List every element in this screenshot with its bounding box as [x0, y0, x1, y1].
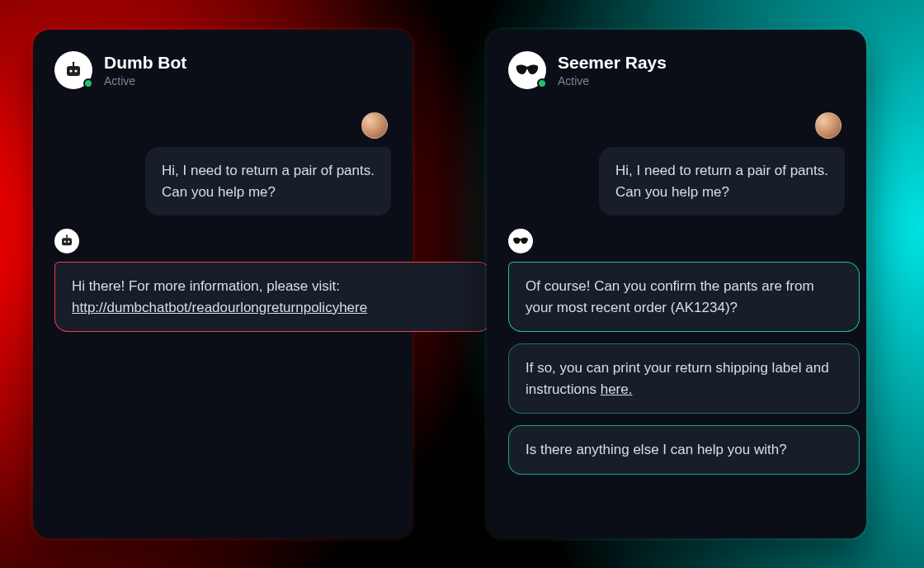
chat-header: Seemer Rays Active — [508, 51, 845, 89]
bot-reply-2-text: If so, you can print your return shippin… — [526, 360, 829, 397]
svg-point-1 — [69, 69, 72, 72]
chat-card-seemer-rays: Seemer Rays Active Hi, I need to return … — [487, 30, 866, 538]
sunglasses-icon — [512, 237, 529, 245]
user-avatar-row — [54, 89, 391, 139]
svg-point-4 — [73, 62, 75, 64]
svg-point-6 — [64, 241, 66, 243]
sunglasses-icon — [515, 64, 540, 76]
presence-dot — [537, 78, 547, 88]
user-avatar — [815, 112, 842, 139]
chat-card-dumb-bot: Dumb Bot Active Hi, I need to return a p… — [33, 30, 412, 538]
bot-reply-3: Is there anything else I can help you wi… — [508, 425, 860, 475]
bot-avatar — [508, 51, 546, 89]
chat-status: Active — [558, 74, 667, 88]
bot-reply-text: Hi there! For more information, please v… — [72, 278, 340, 294]
cards-row: Dumb Bot Active Hi, I need to return a p… — [0, 0, 924, 538]
chat-title: Seemer Rays — [558, 53, 667, 72]
shipping-label-link[interactable]: here. — [601, 381, 633, 397]
user-avatar — [361, 112, 388, 139]
presence-dot — [83, 78, 93, 88]
user-message: Hi, I need to return a pair of pants. Ca… — [599, 147, 845, 215]
robot-icon — [59, 234, 74, 248]
bot-reply: Hi there! For more information, please v… — [54, 262, 492, 332]
chat-title-block: Dumb Bot Active — [104, 53, 186, 87]
svg-point-7 — [68, 241, 69, 243]
user-avatar-row — [508, 89, 845, 139]
robot-icon — [64, 60, 83, 80]
bot-avatar-small — [54, 229, 79, 253]
bot-avatar — [54, 51, 92, 89]
chat-header: Dumb Bot Active — [54, 51, 391, 89]
bot-reply-2: If so, you can print your return shippin… — [508, 343, 860, 414]
chat-status: Active — [104, 74, 186, 88]
bot-reply-1: Of course! Can you confirm the pants are… — [508, 262, 860, 332]
user-message: Hi, I need to return a pair of pants. Ca… — [145, 147, 391, 215]
chat-title-block: Seemer Rays Active — [558, 53, 667, 87]
return-policy-link[interactable]: http://dumbchatbot/readourlongreturnpoli… — [72, 300, 367, 315]
chat-title: Dumb Bot — [104, 53, 186, 72]
svg-point-2 — [74, 69, 77, 72]
svg-rect-0 — [67, 66, 80, 76]
svg-point-9 — [66, 234, 68, 236]
svg-rect-5 — [62, 238, 72, 245]
bot-avatar-small — [508, 229, 533, 253]
